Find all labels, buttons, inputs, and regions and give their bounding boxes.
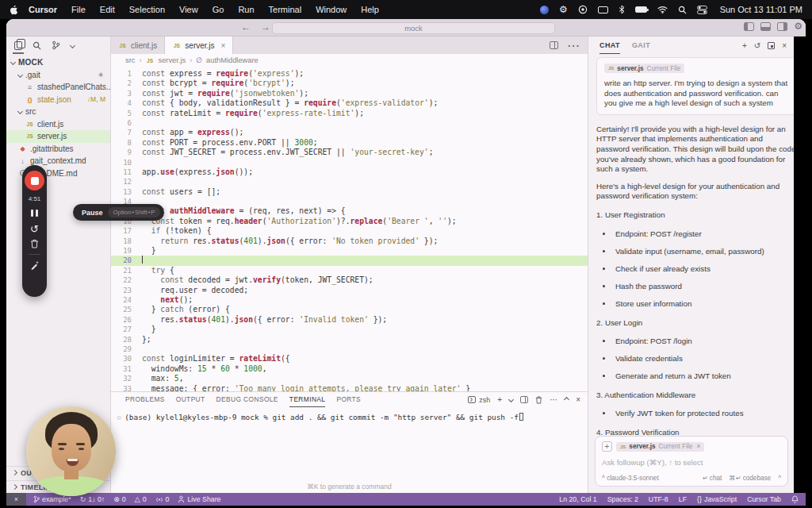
code-line-7[interactable]: 7const app = express();: [111, 128, 588, 137]
maximize-panel-icon[interactable]: [565, 397, 569, 402]
record-icon[interactable]: [578, 4, 588, 15]
code-line-28[interactable]: 28};: [111, 335, 588, 344]
code-line-14[interactable]: 14: [111, 197, 588, 206]
code-line-9[interactable]: 9const JWT_SECRET = process.env.JWT_SECR…: [111, 148, 588, 157]
pause-recording-button[interactable]: [31, 207, 37, 219]
notifications-bell-icon[interactable]: [791, 495, 799, 503]
new-terminal-icon[interactable]: +: [497, 395, 502, 404]
close-panel-icon[interactable]: ×: [576, 395, 580, 404]
panel-tab-terminal[interactable]: TERMINAL: [289, 392, 326, 407]
tab-gait[interactable]: GAIT: [632, 37, 650, 54]
menu-file[interactable]: File: [64, 5, 93, 14]
code-line-33[interactable]: 33 message: { error: 'Too many login att…: [111, 384, 588, 392]
menu-terminal[interactable]: Terminal: [262, 5, 309, 14]
tree-item-server-js[interactable]: JSserver.js: [6, 130, 110, 143]
views-chevron-icon[interactable]: [71, 37, 75, 54]
menu-edit[interactable]: Edit: [93, 5, 122, 14]
input-context-chip[interactable]: JS server.js Current File ×: [616, 442, 704, 452]
tree-item-client-js[interactable]: JSclient.js: [6, 118, 110, 131]
code-line-15[interactable]: 15const authMiddleware = (req, res, next…: [111, 206, 588, 216]
toggle-sidebar-icon[interactable]: [744, 22, 754, 31]
code-line-1[interactable]: 1const express = require('express');: [111, 69, 588, 79]
control-center-icon[interactable]: [697, 4, 707, 15]
toggle-panel-icon[interactable]: [760, 22, 771, 31]
code-line-16[interactable]: 16 const token = req.header('Authorizati…: [111, 217, 588, 226]
split-editor-icon[interactable]: [550, 41, 558, 49]
model-selector[interactable]: ^ claude-3.5-sonnet: [602, 475, 659, 482]
apple-logo-icon[interactable]: [10, 5, 18, 15]
breadcrumb[interactable]: src› JS server.js› ∅ authMiddleware: [111, 54, 588, 67]
chat-messages[interactable]: JS server.js Current File write an http …: [588, 54, 806, 493]
status-broadcast[interactable]: 0: [155, 495, 170, 503]
tree-item-gait-context-md[interactable]: ↓gait_context.md: [6, 155, 110, 167]
status-cursor-tab[interactable]: Cursor Tab: [747, 495, 781, 503]
battery-icon[interactable]: [635, 4, 647, 15]
menu-cursor[interactable]: Cursor: [21, 5, 64, 14]
delete-recording-button[interactable]: [30, 239, 39, 248]
open-editor-icon[interactable]: [768, 42, 775, 49]
code-line-32[interactable]: 32 max: 5,: [111, 374, 588, 383]
code-line-25[interactable]: 25 } catch (error) {: [111, 305, 588, 314]
chat-history-icon[interactable]: ↺: [754, 41, 760, 50]
source-control-icon[interactable]: [52, 37, 60, 54]
code-line-23[interactable]: 23 req.user = decoded;: [111, 286, 588, 295]
settings-gear-icon[interactable]: ⚙: [794, 22, 802, 31]
menu-view[interactable]: View: [172, 5, 205, 14]
panel-tab-debug-console[interactable]: DEBUG CONSOLE: [216, 392, 278, 407]
code-line-3[interactable]: 3const jwt = require('jsonwebtoken');: [111, 89, 588, 98]
command-center-search[interactable]: mock: [272, 22, 555, 34]
status-error[interactable]: ⊗0: [113, 495, 125, 503]
code-line-2[interactable]: 2const bcrypt = require('bcrypt');: [111, 79, 588, 88]
code-line-19[interactable]: 19 }: [111, 246, 588, 256]
code-line-11[interactable]: 11app.use(express.json());: [111, 167, 588, 177]
code-line-12[interactable]: 12: [111, 177, 588, 187]
code-line-26[interactable]: 26 res.status(401).json({ error: 'Invali…: [111, 315, 588, 325]
kill-terminal-icon[interactable]: [535, 396, 542, 404]
code-line-29[interactable]: 29: [111, 344, 588, 354]
search-view-icon[interactable]: [33, 37, 41, 54]
submit-options-caret[interactable]: ^: [778, 475, 781, 482]
context-file-chip[interactable]: JS server.js Current File: [604, 64, 684, 73]
menu-go[interactable]: Go: [205, 5, 232, 14]
display-icon[interactable]: [598, 4, 608, 15]
restart-recording-button[interactable]: ↺: [30, 224, 39, 234]
terminal-dropdown-icon[interactable]: [509, 397, 513, 402]
panel-tab-output[interactable]: OUTPUT: [176, 392, 205, 407]
annotate-button[interactable]: [30, 260, 40, 270]
panel-more-icon[interactable]: ⋯: [550, 395, 557, 404]
gear-icon[interactable]: ⚙: [559, 4, 568, 15]
shell-label[interactable]: zsh: [479, 396, 490, 404]
tab-server-js[interactable]: JS server.js ×: [165, 37, 233, 54]
code-line-24[interactable]: 24 next();: [111, 295, 588, 305]
chat-input-placeholder[interactable]: Ask followup (⌘Y), ↑ to select: [602, 458, 781, 467]
new-chat-icon[interactable]: +: [742, 41, 747, 50]
wifi-icon[interactable]: [657, 4, 668, 15]
code-editor[interactable]: 1const express = require('express');2con…: [111, 67, 588, 391]
chat-input-box[interactable]: + JS server.js Current File × Ask follow…: [595, 436, 788, 487]
code-line-6[interactable]: 6: [111, 118, 588, 128]
tab-client-js[interactable]: JS client.js: [111, 37, 165, 54]
code-line-17[interactable]: 17 if (!token) {: [111, 226, 588, 236]
code-line-31[interactable]: 31 windowMs: 15 * 60 * 1000,: [111, 364, 588, 374]
code-line-21[interactable]: 21 try {: [111, 266, 588, 275]
editor-more-actions-icon[interactable]: ⋯: [567, 38, 580, 53]
code-line-18[interactable]: 18 return res.status(401).json({ error: …: [111, 237, 588, 246]
submit-codebase-button[interactable]: ⌘↵ codebase: [729, 474, 771, 482]
status-sync[interactable]: ↻1↓ 0↑: [80, 495, 105, 503]
tree-item--gitattributes[interactable]: ◆.gitattributes: [6, 143, 110, 156]
status-javascript[interactable]: {}JavaScript: [697, 495, 737, 503]
tree-item-state-json[interactable]: {}state.json↓M, M: [6, 94, 110, 106]
tree-item--gait[interactable]: .gait∗: [6, 69, 110, 82]
submit-chat-button[interactable]: ↵ chat: [703, 474, 722, 482]
code-line-13[interactable]: 13const users = [];: [111, 187, 588, 197]
close-chat-icon[interactable]: ×: [782, 41, 787, 50]
terminal-content[interactable]: ○(base) kylel1@kyles-mbp-9 mock % git ad…: [117, 413, 588, 421]
menu-window[interactable]: Window: [308, 5, 354, 14]
code-line-30[interactable]: 30const loginLimiter = rateLimit({: [111, 354, 588, 364]
menu-help[interactable]: Help: [354, 5, 386, 14]
status-ln-20-col-1[interactable]: Ln 20, Col 1: [559, 495, 596, 503]
panel-tab-ports[interactable]: PORTS: [336, 392, 361, 407]
status-live-share[interactable]: Live Share: [178, 495, 220, 503]
remove-context-icon[interactable]: ×: [696, 443, 700, 450]
status-spaces-2[interactable]: Spaces: 2: [607, 495, 638, 503]
